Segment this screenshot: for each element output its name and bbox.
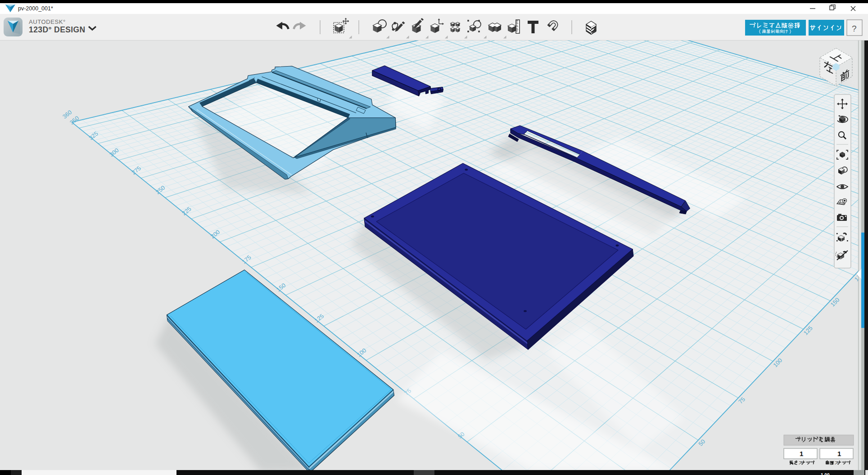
svg-text:pv-2000_001*: pv-2000_001* — [18, 5, 53, 12]
svg-text:AUTODESK°: AUTODESK° — [29, 18, 66, 25]
svg-text:1: 1 — [837, 450, 841, 457]
svg-text:1: 1 — [800, 450, 803, 457]
svg-text:1.00: 1.00 — [821, 473, 830, 475]
svg-text:?: ? — [852, 24, 857, 33]
svg-text:123D° DESIGN: 123D° DESIGN — [29, 25, 86, 34]
